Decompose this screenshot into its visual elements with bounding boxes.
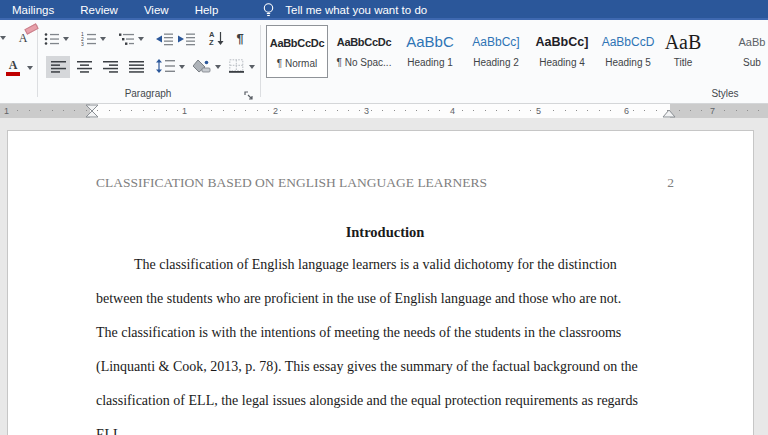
align-center-button[interactable] bbox=[72, 56, 96, 78]
borders-caret[interactable] bbox=[249, 65, 255, 69]
paragraph-group-label: Paragraph bbox=[98, 88, 198, 99]
group-divider bbox=[37, 25, 38, 97]
align-center-icon bbox=[77, 61, 92, 73]
shading-icon bbox=[193, 59, 212, 74]
style-preview: AaBbCcD bbox=[597, 25, 659, 57]
style-preview: AaBb bbox=[721, 25, 768, 57]
tab-view[interactable]: View bbox=[144, 1, 169, 19]
ruler-mark: 4 bbox=[448, 104, 457, 118]
body-line: between the students who are proficient … bbox=[96, 288, 681, 322]
borders-button[interactable] bbox=[226, 55, 246, 77]
paragraph-dialog-launcher[interactable] bbox=[244, 87, 254, 105]
body-line: The classification of English language l… bbox=[96, 254, 681, 288]
decrease-indent-icon bbox=[156, 32, 174, 46]
svg-text:3: 3 bbox=[81, 41, 84, 46]
font-color-caret[interactable] bbox=[27, 66, 33, 70]
right-indent-marker[interactable] bbox=[662, 108, 676, 118]
ruler-mark: 5 bbox=[534, 104, 543, 118]
bullets-icon bbox=[44, 32, 60, 46]
style-label: ¶ No Spac... bbox=[333, 57, 395, 68]
svg-text:Z: Z bbox=[209, 38, 214, 46]
increase-indent-icon bbox=[178, 32, 196, 46]
ruler-mark: 1 bbox=[180, 104, 189, 118]
multilevel-list-button[interactable] bbox=[118, 28, 136, 50]
font-color-icon: A bbox=[9, 60, 18, 71]
increase-indent-button[interactable] bbox=[177, 28, 197, 50]
running-head: CLASSIFICATION BASED ON ENGLISH LANGUAGE… bbox=[96, 175, 487, 191]
style-preview: AaB bbox=[652, 25, 714, 57]
ruler-mark: 7 bbox=[708, 104, 717, 118]
bullets-button[interactable] bbox=[43, 28, 61, 50]
style-label: ¶ Normal bbox=[267, 58, 327, 69]
page-number: 2 bbox=[667, 175, 674, 191]
style-preview: AaBbCc] bbox=[531, 25, 593, 57]
ruler-text-area bbox=[90, 104, 670, 118]
clear-formatting-button[interactable]: A bbox=[10, 26, 36, 48]
body-line: The classification is with the intention… bbox=[96, 322, 681, 356]
align-right-button[interactable] bbox=[98, 56, 122, 78]
decrease-indent-button[interactable] bbox=[155, 28, 175, 50]
tab-help[interactable]: Help bbox=[195, 1, 219, 19]
line-spacing-caret[interactable] bbox=[179, 65, 185, 69]
shading-caret[interactable] bbox=[215, 65, 221, 69]
show-paragraph-marks-button[interactable]: ¶ bbox=[231, 27, 249, 49]
shading-button[interactable] bbox=[191, 55, 213, 77]
style-normal[interactable]: AaBbCcDc ¶ Normal bbox=[266, 25, 328, 78]
style-subtitle[interactable]: AaBb Sub bbox=[721, 25, 768, 78]
justify-button[interactable] bbox=[124, 56, 148, 78]
section-heading: Introduction bbox=[96, 224, 674, 241]
style-heading-5[interactable]: AaBbCcD Heading 5 bbox=[597, 25, 659, 78]
style-heading-1[interactable]: AaBbC Heading 1 bbox=[399, 25, 461, 78]
ruler-ticks bbox=[6, 110, 762, 111]
pilcrow-icon: ¶ bbox=[236, 31, 243, 46]
style-preview: AaBbCcDc bbox=[267, 26, 327, 58]
line-spacing-icon bbox=[155, 59, 175, 73]
styles-group-label: Styles bbox=[675, 88, 768, 99]
font-color-button[interactable]: A bbox=[2, 56, 24, 80]
lightbulb-icon bbox=[262, 2, 275, 18]
style-label: Heading 5 bbox=[597, 57, 659, 68]
align-left-icon bbox=[51, 61, 66, 73]
clipped-dropdown-caret[interactable] bbox=[0, 36, 6, 40]
page-header: CLASSIFICATION BASED ON ENGLISH LANGUAGE… bbox=[96, 175, 674, 191]
style-label: Heading 4 bbox=[531, 57, 593, 68]
multilevel-list-icon bbox=[119, 32, 135, 46]
ribbon: A A 1 2 3 bbox=[0, 20, 768, 104]
style-heading-4[interactable]: AaBbCc] Heading 4 bbox=[531, 25, 593, 78]
bullets-caret[interactable] bbox=[63, 37, 69, 41]
body-line: ELL bbox=[96, 424, 681, 435]
numbering-icon: 1 2 3 bbox=[81, 32, 97, 46]
style-label: Heading 1 bbox=[399, 57, 461, 68]
align-left-button[interactable] bbox=[46, 56, 70, 78]
style-preview: AaBbCcDc bbox=[333, 25, 395, 57]
body-line: classification of ELL, the legal issues … bbox=[96, 390, 681, 424]
line-spacing-button[interactable] bbox=[154, 55, 176, 77]
justify-icon bbox=[129, 61, 144, 73]
tell-me-box[interactable]: Tell me what you want to do bbox=[285, 4, 427, 16]
document-page[interactable]: CLASSIFICATION BASED ON ENGLISH LANGUAGE… bbox=[7, 130, 754, 435]
numbering-button[interactable]: 1 2 3 bbox=[80, 28, 98, 50]
style-label: Sub bbox=[721, 57, 768, 68]
ruler-mark: 3 bbox=[362, 104, 371, 118]
group-divider bbox=[260, 25, 261, 97]
tab-mailings[interactable]: Mailings bbox=[12, 1, 54, 19]
sort-button[interactable]: A Z bbox=[205, 27, 227, 49]
ruler-mark: 2 bbox=[271, 104, 280, 118]
multilevel-caret[interactable] bbox=[138, 37, 144, 41]
style-preview: AaBbC bbox=[399, 25, 461, 57]
style-label: Title bbox=[652, 57, 714, 68]
tab-review[interactable]: Review bbox=[80, 1, 118, 19]
borders-icon bbox=[229, 59, 244, 73]
style-heading-2[interactable]: AaBbCc] Heading 2 bbox=[465, 25, 527, 78]
font-color-swatch bbox=[6, 72, 20, 76]
numbering-caret[interactable] bbox=[100, 37, 106, 41]
sort-icon: A Z bbox=[208, 30, 225, 46]
document-area: CLASSIFICATION BASED ON ENGLISH LANGUAGE… bbox=[0, 118, 768, 435]
style-title[interactable]: AaB Title bbox=[652, 25, 714, 78]
ruler-mark: 1 bbox=[2, 104, 11, 118]
style-no-spacing[interactable]: AaBbCcDc ¶ No Spac... bbox=[333, 25, 395, 78]
body-line: (Linquanti & Cook, 2013, p. 78). This es… bbox=[96, 356, 681, 390]
menu-bar: Mailings Review View Help Tell me what y… bbox=[0, 0, 768, 20]
align-right-icon bbox=[103, 61, 118, 73]
horizontal-ruler[interactable]: 1 1 2 3 4 5 6 7 bbox=[0, 104, 768, 118]
